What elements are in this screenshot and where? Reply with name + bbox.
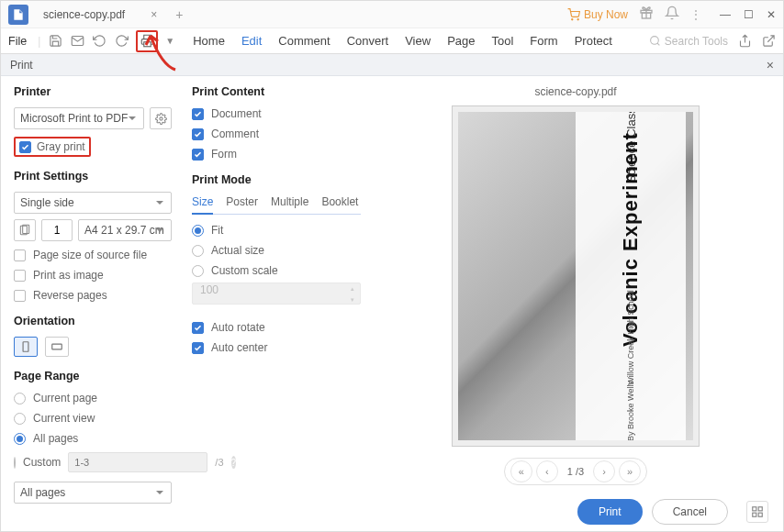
mode-fit-radio[interactable] (192, 225, 204, 237)
svg-rect-16 (758, 513, 762, 516)
pager-last-icon[interactable]: » (619, 460, 641, 482)
printer-dropdown[interactable]: Microsoft Print to PDF (14, 107, 144, 129)
range-current-view-radio[interactable] (14, 413, 26, 425)
print-button[interactable]: Print (577, 499, 643, 525)
svg-point-6 (650, 37, 658, 45)
gray-print-highlight: Gray print (14, 137, 91, 157)
auto-center-checkbox[interactable] (192, 342, 204, 354)
svg-rect-12 (52, 344, 62, 349)
content-form-label: Form (211, 148, 237, 161)
range-custom-radio[interactable] (14, 457, 16, 469)
mode-fit-label: Fit (211, 224, 223, 237)
content-document-checkbox[interactable] (192, 108, 204, 120)
print-icon[interactable] (140, 34, 154, 49)
grid-view-button[interactable] (746, 501, 768, 523)
print-dialog-close-icon[interactable]: × (767, 58, 774, 72)
mode-actual-label: Actual size (211, 244, 264, 257)
share-icon[interactable] (737, 34, 752, 49)
svg-rect-5 (144, 42, 151, 47)
menu-tool[interactable]: Tool (492, 34, 514, 48)
content-form-checkbox[interactable] (192, 149, 204, 161)
mode-actual-radio[interactable] (192, 245, 204, 257)
cancel-button[interactable]: Cancel (652, 499, 728, 525)
svg-line-7 (657, 43, 659, 45)
auto-center-label: Auto center (211, 341, 267, 354)
gift-icon[interactable] (639, 6, 654, 23)
range-all-pages-label: All pages (33, 432, 78, 445)
range-custom-label: Custom (23, 456, 61, 469)
kebab-icon[interactable]: ⋮ (690, 8, 701, 21)
reverse-label: Reverse pages (33, 289, 107, 302)
toolbar-dropdown-icon[interactable]: ▼ (165, 36, 174, 46)
tab-add-icon[interactable]: + (175, 7, 183, 22)
preview-subtitle2: By Brooke Wells (626, 381, 635, 440)
minimize-icon[interactable]: — (720, 8, 731, 21)
orientation-section-title: Orientation (14, 315, 172, 327)
printer-section-title: Printer (14, 85, 172, 98)
menu-home[interactable]: Home (193, 34, 225, 48)
pager-next-icon[interactable]: › (593, 460, 615, 482)
svg-rect-13 (753, 507, 756, 511)
notification-icon[interactable] (665, 6, 679, 23)
tab-close-icon[interactable]: × (151, 8, 157, 21)
copies-input[interactable] (41, 219, 73, 241)
svg-rect-11 (23, 342, 28, 352)
content-comment-label: Comment (211, 127, 259, 140)
orientation-portrait-button[interactable] (14, 337, 38, 357)
mode-tab-booklet[interactable]: Booklet (321, 195, 358, 210)
search-tools-input[interactable]: Search Tools (649, 35, 728, 48)
pager-text: 1 /3 (562, 466, 589, 477)
auto-rotate-label: Auto rotate (211, 321, 265, 334)
menu-comment[interactable]: Comment (278, 34, 330, 48)
menu-form[interactable]: Form (530, 34, 557, 48)
settings-section-title: Print Settings (14, 170, 172, 183)
print-image-checkbox[interactable] (14, 270, 26, 282)
orientation-landscape-button[interactable] (45, 337, 69, 357)
preview-subtitle1: Willow Creek High School (626, 290, 635, 385)
close-icon[interactable]: ✕ (767, 8, 776, 21)
print-icon-highlight (136, 30, 158, 52)
menu-page[interactable]: Page (447, 34, 475, 48)
mail-icon[interactable] (70, 34, 84, 49)
paper-size-dropdown[interactable]: A4 21 x 29.7 cm (78, 219, 172, 241)
content-section-title: Print Content (192, 85, 361, 98)
content-comment-checkbox[interactable] (192, 128, 204, 140)
search-placeholder: Search Tools (665, 35, 728, 48)
preview-filename: science-copy.pdf (534, 85, 616, 98)
mode-custom-radio[interactable] (192, 265, 204, 277)
external-icon[interactable] (761, 34, 776, 49)
pager-first-icon[interactable]: « (510, 460, 532, 482)
mode-tab-size[interactable]: Size (192, 195, 213, 215)
tab-title[interactable]: science-copy.pdf (36, 5, 132, 25)
mode-tab-multiple[interactable]: Multiple (271, 195, 308, 210)
gray-print-label: Gray print (37, 140, 85, 153)
svg-point-0 (572, 18, 573, 19)
reverse-checkbox[interactable] (14, 290, 26, 302)
custom-scale-input[interactable]: 100 (192, 283, 361, 305)
mode-tab-poster[interactable]: Poster (226, 195, 258, 210)
save-icon[interactable] (48, 34, 62, 49)
gray-print-checkbox[interactable] (19, 141, 31, 153)
svg-point-1 (577, 18, 578, 19)
maximize-icon[interactable]: ☐ (744, 8, 754, 21)
svg-point-8 (159, 116, 162, 119)
range-current-view-label: Current view (33, 412, 95, 425)
menu-convert[interactable]: Convert (347, 34, 389, 48)
range-all-pages-radio[interactable] (14, 433, 26, 445)
file-menu[interactable]: File (8, 35, 27, 48)
printer-settings-button[interactable] (150, 107, 172, 129)
range-current-page-radio[interactable] (14, 393, 26, 405)
auto-rotate-checkbox[interactable] (192, 322, 204, 334)
pager-prev-icon[interactable]: ‹ (536, 460, 558, 482)
src-size-checkbox[interactable] (14, 249, 26, 261)
menu-protect[interactable]: Protect (575, 34, 612, 48)
menu-edit[interactable]: Edit (241, 34, 262, 48)
buy-now-button[interactable]: Buy Now (567, 8, 628, 21)
side-dropdown[interactable]: Single side (14, 192, 172, 214)
mode-custom-label: Custom scale (211, 264, 278, 277)
menu-view[interactable]: View (405, 34, 431, 48)
redo-icon[interactable] (114, 34, 129, 49)
undo-icon[interactable] (92, 34, 106, 49)
preview-pager: « ‹ 1 /3 › » (504, 458, 647, 485)
print-dialog-title: Print (10, 59, 33, 72)
